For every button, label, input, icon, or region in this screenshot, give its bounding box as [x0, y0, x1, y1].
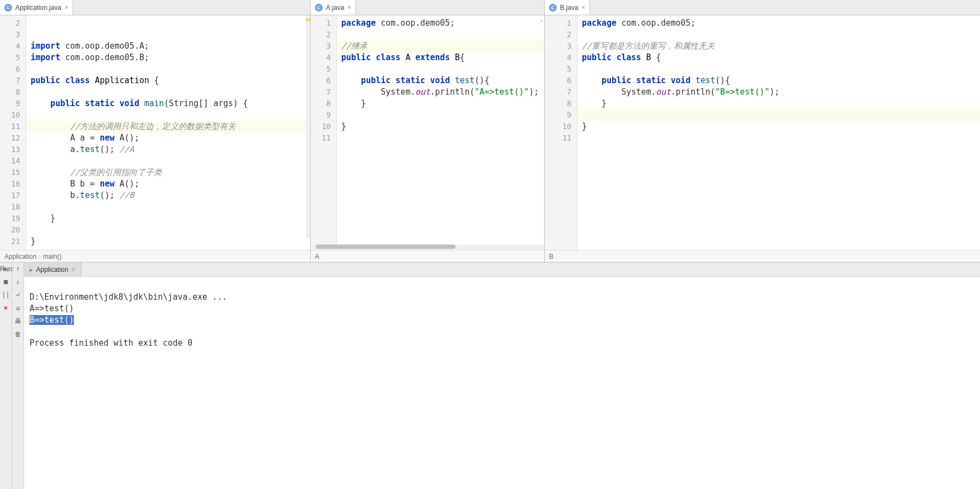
editor-split: C Application.java × 2 3 4 5 6 7 8 9 10 …	[0, 0, 980, 263]
stop-icon[interactable]: ■	[2, 278, 10, 287]
run-toolbar-left: ▶ ■ || ✖	[0, 263, 12, 489]
tab-bar: C B.java ×	[545, 0, 980, 15]
run-body: Run: ▸ Application × D:\Environment\jdk8…	[24, 263, 980, 489]
close-icon[interactable]: ×	[72, 266, 75, 273]
error-stripe[interactable]	[306, 15, 310, 238]
tab-bar: C A.java ×	[311, 0, 544, 15]
chevron-icon: ›	[39, 253, 41, 260]
pause-icon[interactable]: ||	[2, 291, 10, 300]
console-line-selected: B=>test()	[30, 315, 74, 325]
editor-body[interactable]: 1 2 3 4 5 6 7 8 9 10 11 package com.oop.…	[545, 15, 980, 250]
run-config-tab[interactable]: ▸ Application ×	[24, 263, 81, 276]
trash-icon[interactable]: 🗑	[14, 330, 22, 339]
breadcrumb-class[interactable]: Application	[4, 253, 37, 260]
editor-pane-a: C A.java × 1 2 3 4 5 6 7 8 9 10 11 ⌄ pac…	[311, 0, 545, 262]
play-small-icon: ▸	[30, 266, 33, 273]
editor-body[interactable]: 1 2 3 4 5 6 7 8 9 10 11 ⌄ package com.oo…	[311, 15, 544, 245]
run-tabs: Run: ▸ Application ×	[24, 263, 980, 277]
wrap-icon[interactable]: ⤶	[14, 291, 22, 300]
tab-label: A.java	[326, 4, 344, 11]
code-area[interactable]: package com.oop.demo05; //重写都是方法的重写，和属性无…	[578, 15, 980, 250]
close-icon[interactable]: ×	[65, 4, 68, 11]
console-line: D:\Environment\jdk8\jdk\bin\java.exe ...	[30, 292, 227, 302]
print-icon[interactable]: 🖶	[14, 317, 22, 326]
horizontal-scrollbar[interactable]	[311, 245, 544, 250]
editor-pane-application: C Application.java × 2 3 4 5 6 7 8 9 10 …	[0, 0, 311, 262]
editor-pane-b: C B.java × 1 2 3 4 5 6 7 8 9 10 11 packa…	[545, 0, 980, 262]
scroll-icon[interactable]: ⇊	[14, 304, 22, 313]
console-line: Process finished with exit code 0	[30, 338, 192, 348]
tab-b[interactable]: C B.java ×	[545, 0, 590, 15]
gutter: 1 2 3 4 5 6 7 8 9 10 11	[545, 15, 578, 250]
run-label: Run:	[0, 265, 14, 273]
code-area[interactable]: ⌄ package com.oop.demo05; //继承 public cl…	[337, 15, 544, 245]
close-icon[interactable]: ×	[347, 4, 351, 11]
tab-application[interactable]: C Application.java ×	[0, 0, 73, 15]
gutter: 1 2 3 4 5 6 7 8 9 10 11	[311, 15, 337, 245]
class-icon: C	[549, 4, 557, 11]
breadcrumb-method[interactable]: main()	[43, 253, 62, 260]
gutter: 2 3 4 5 6 7 8 9 10 11 12 13 14 15 16 17 …	[0, 15, 26, 250]
close-icon[interactable]: ×	[581, 4, 585, 11]
down-icon[interactable]: ↓	[14, 278, 22, 287]
exit-icon[interactable]: ✖	[2, 304, 10, 313]
run-tab-label: Application	[36, 266, 68, 273]
chevron-down-icon[interactable]: ⌄	[540, 16, 543, 22]
breadcrumb[interactable]: A	[311, 250, 544, 262]
tab-label: Application.java	[15, 4, 61, 11]
tab-bar: C Application.java ×	[0, 0, 310, 15]
run-tool-window: ▶ ■ || ✖ ↑ ↓ ⤶ ⇊ 🖶 🗑 Run: ▸ Application …	[0, 263, 980, 489]
breadcrumb[interactable]: Application › main()	[0, 250, 310, 262]
tab-label: B.java	[560, 4, 578, 11]
console-output[interactable]: D:\Environment\jdk8\jdk\bin\java.exe ...…	[24, 277, 980, 489]
up-icon[interactable]: ↑	[14, 265, 22, 273]
tab-a[interactable]: C A.java ×	[311, 0, 356, 15]
editor-body[interactable]: 2 3 4 5 6 7 8 9 10 11 12 13 14 15 16 17 …	[0, 15, 310, 250]
class-icon: C	[315, 4, 323, 11]
breadcrumb-class[interactable]: B	[549, 253, 553, 260]
breadcrumb-class[interactable]: A	[315, 253, 319, 260]
class-icon: C	[4, 4, 12, 11]
console-line: A=>test()	[30, 304, 74, 313]
breadcrumb[interactable]: B	[545, 250, 980, 262]
run-toolbar-right: ↑ ↓ ⤶ ⇊ 🖶 🗑	[12, 263, 24, 489]
code-area[interactable]: import com.oop.demo05.A; import com.oop.…	[26, 15, 310, 250]
